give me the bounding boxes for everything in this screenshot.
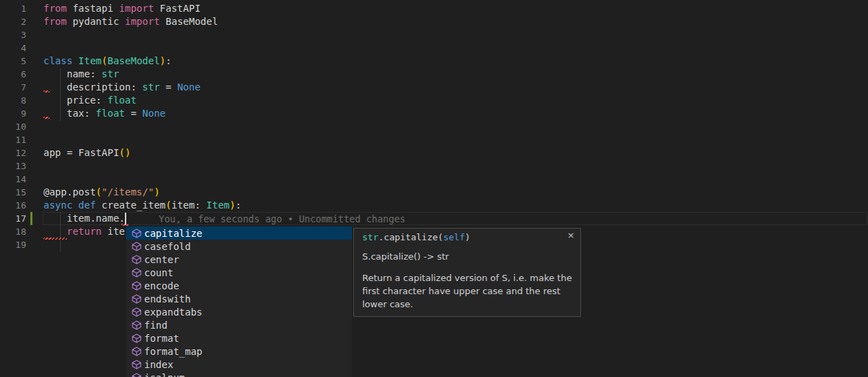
method-icon	[132, 255, 141, 264]
code-token: fastapi	[67, 3, 119, 14]
line-number: 7	[0, 81, 26, 94]
code-editor[interactable]: 1from fastapi import FastAPI2from pydant…	[0, 0, 868, 377]
code-token: str	[101, 68, 119, 79]
code-token: Item	[206, 200, 230, 211]
autocomplete-dropdown[interactable]: capitalizecasefoldcentercountencodeendsw…	[126, 226, 352, 377]
code-token: (	[101, 55, 107, 66]
code-token: :	[166, 55, 171, 66]
code-text	[26, 160, 43, 173]
code-line[interactable]: 2from pydantic import BaseModel	[0, 15, 868, 28]
method-description: Return a capitalized version of S, i.e. …	[362, 271, 573, 311]
suggestion-item[interactable]: index	[126, 358, 352, 371]
suggestion-item[interactable]: find	[126, 318, 352, 331]
suggestion-item[interactable]: casefold	[126, 240, 352, 253]
code-token: item.name.	[43, 213, 125, 224]
code-token: app = FastAPI	[43, 147, 119, 158]
git-blame-annotation: You, a few seconds ago • Uncommitted cha…	[159, 213, 406, 226]
line-number: 13	[0, 160, 26, 173]
code-line[interactable]: 1from fastapi import FastAPI	[0, 2, 868, 15]
code-line[interactable]: 5class Item(BaseModel):	[0, 55, 868, 68]
code-token: None	[142, 108, 166, 119]
code-line[interactable]: 14	[0, 173, 868, 186]
code-text	[26, 120, 43, 133]
line-number: 10	[0, 120, 26, 133]
code-text: from fastapi import FastAPI	[26, 2, 201, 15]
code-line[interactable]: 8 price: float	[0, 94, 868, 107]
gutter-added-indicator	[30, 212, 32, 225]
code-text: item.name.	[26, 212, 125, 225]
suggestion-item[interactable]: count	[126, 266, 352, 279]
code-line[interactable]: 3	[0, 28, 868, 41]
suggestion-label: capitalize	[144, 228, 202, 239]
code-line[interactable]: 13	[0, 160, 868, 173]
code-token: create_item	[96, 200, 166, 211]
code-line[interactable]: 7 description: str = None	[0, 81, 868, 94]
code-text	[26, 28, 43, 41]
code-token: ite	[101, 226, 125, 237]
line-number: 16	[0, 199, 26, 212]
code-token: name:	[43, 68, 101, 79]
code-line[interactable]: 9 tax: float = None	[0, 107, 868, 120]
line-number: 14	[0, 173, 26, 186]
suggestion-label: center	[144, 254, 179, 265]
code-token: import	[119, 3, 155, 14]
method-icon	[132, 229, 141, 238]
code-text: class Item(BaseModel):	[26, 55, 171, 68]
code-text: name: str	[26, 68, 119, 81]
code-token: def	[79, 200, 96, 211]
indent-guide	[60, 68, 61, 121]
code-token: FastAPI	[154, 3, 200, 14]
suggestion-label: count	[144, 267, 173, 278]
code-token: BaseModel	[108, 55, 160, 66]
error-squiggle	[43, 117, 50, 119]
method-icon	[132, 268, 141, 278]
code-token: )	[154, 186, 159, 197]
code-text: price: float	[26, 94, 137, 107]
code-token: None	[177, 81, 201, 93]
suggestion-item[interactable]: center	[126, 253, 352, 266]
suggestion-item[interactable]: endswith	[126, 292, 352, 305]
method-icon	[132, 347, 141, 356]
code-token: float	[96, 108, 125, 119]
line-number: 8	[0, 94, 26, 107]
code-line[interactable]: 15@app.post("/items/")	[0, 186, 868, 199]
close-icon[interactable]: ×	[567, 230, 575, 241]
code-token: )	[160, 55, 166, 66]
suggestion-label: expandtabs	[144, 307, 202, 318]
suggestion-item[interactable]: capitalize	[126, 226, 352, 240]
code-token	[43, 226, 67, 237]
code-area[interactable]: 1from fastapi import FastAPI2from pydant…	[0, 2, 868, 251]
method-icon	[132, 320, 141, 330]
error-squiggle	[43, 90, 50, 93]
code-token: async	[43, 200, 72, 211]
code-line[interactable]: 12app = FastAPI()	[0, 146, 868, 160]
suggestion-item[interactable]: format	[126, 331, 352, 345]
code-token: "/items/"	[101, 186, 154, 197]
suggestion-item[interactable]: format_map	[126, 345, 352, 358]
suggestion-item[interactable]: expandtabs	[126, 305, 352, 318]
method-icon	[132, 281, 141, 291]
code-line[interactable]: 4	[0, 41, 868, 55]
code-text: from pydantic import BaseModel	[26, 15, 218, 28]
code-token: tax:	[43, 108, 96, 119]
code-token: from	[43, 3, 67, 14]
code-token: BaseModel	[160, 16, 218, 27]
code-token: )	[230, 200, 235, 211]
code-line[interactable]: 16async def create_item(item: Item):	[0, 199, 868, 212]
method-icon	[132, 373, 141, 377]
code-token: from	[43, 16, 67, 27]
suggestion-label: isalnum	[144, 372, 185, 377]
code-token: str	[142, 81, 159, 93]
code-line[interactable]: 11	[0, 133, 868, 146]
code-text	[26, 133, 43, 146]
code-token: description:	[43, 81, 142, 93]
code-line[interactable]: 6 name: str	[0, 68, 868, 81]
suggestion-item[interactable]: isalnum	[126, 371, 352, 377]
code-line[interactable]: 17 item.name.	[0, 212, 868, 225]
code-token: :	[235, 200, 241, 211]
code-line[interactable]: 10	[0, 120, 868, 133]
line-number: 5	[0, 55, 26, 68]
code-text: description: str = None	[26, 81, 201, 94]
suggestion-item[interactable]: encode	[126, 279, 352, 292]
suggestion-label: index	[144, 359, 173, 370]
